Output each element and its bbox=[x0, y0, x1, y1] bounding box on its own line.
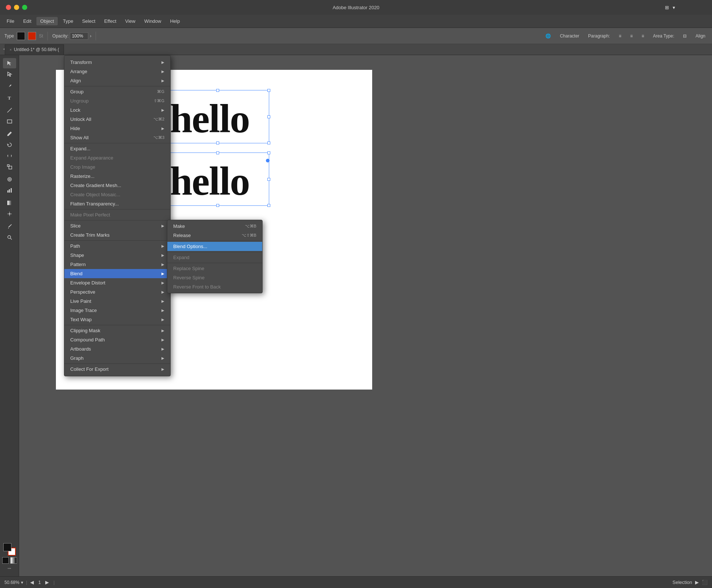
globe-icon[interactable]: 🌐 bbox=[543, 33, 553, 39]
menu-section-5: Slice ▶ Create Trim Marks bbox=[64, 220, 170, 241]
rectangle-tool[interactable] bbox=[3, 116, 16, 126]
menu-window[interactable]: Window bbox=[140, 17, 165, 25]
menu-item-lock[interactable]: Lock ▶ bbox=[64, 105, 170, 115]
opacity-arrow[interactable]: › bbox=[90, 33, 91, 39]
area-type-icon[interactable]: ⊟ bbox=[681, 33, 689, 39]
menu-item-arrange[interactable]: Arrange ▶ bbox=[64, 67, 170, 76]
handle-tm-2[interactable] bbox=[216, 151, 219, 154]
mesh-tool[interactable] bbox=[3, 209, 16, 219]
menu-edit[interactable]: Edit bbox=[19, 17, 35, 25]
menu-item-artboards[interactable]: Artboards ▶ bbox=[64, 344, 170, 354]
mirror-tool[interactable] bbox=[3, 151, 16, 161]
stop-btn[interactable]: ⬛ bbox=[702, 580, 708, 585]
menu-item-flatten-transparency[interactable]: Flatten Transparency... bbox=[64, 199, 170, 208]
area-type-label[interactable]: Area Type: bbox=[651, 33, 676, 39]
menu-item-create-gradient-mesh[interactable]: Create Gradient Mesh... bbox=[64, 181, 170, 190]
menu-item-compound-path[interactable]: Compound Path ▶ bbox=[64, 335, 170, 344]
menu-item-expand[interactable]: Expand... bbox=[64, 144, 170, 153]
handle-mr-1[interactable] bbox=[267, 115, 270, 118]
blend-menu-item-blend-options[interactable]: Blend Options... bbox=[167, 242, 262, 251]
menu-item-image-trace[interactable]: Image Trace ▶ bbox=[64, 306, 170, 315]
none-swatch[interactable] bbox=[2, 557, 9, 564]
scale-tool[interactable] bbox=[3, 162, 16, 172]
paragraph-align-center[interactable]: ≡ bbox=[628, 33, 635, 39]
document-tab[interactable]: × Untitled-1* @ 50.68% ( bbox=[5, 44, 64, 55]
layout-icon[interactable]: ⊞ bbox=[665, 5, 669, 10]
fill-color[interactable] bbox=[3, 543, 11, 551]
menu-type[interactable]: Type bbox=[59, 17, 77, 25]
align-label[interactable]: Align bbox=[693, 33, 708, 39]
menu-item-hide[interactable]: Hide ▶ bbox=[64, 124, 170, 133]
menu-select[interactable]: Select bbox=[78, 17, 99, 25]
gradient-swatch[interactable] bbox=[10, 557, 17, 564]
handle-br-1[interactable] bbox=[267, 141, 270, 144]
menu-help[interactable]: Help bbox=[166, 17, 184, 25]
line-tool[interactable] bbox=[3, 105, 16, 115]
menu-item-create-trim-marks[interactable]: Create Trim Marks bbox=[64, 230, 170, 240]
menu-item-envelope-distort[interactable]: Envelope Distort ▶ bbox=[64, 278, 170, 287]
blend-menu-item-release[interactable]: Release ⌥⇧⌘B bbox=[167, 231, 262, 240]
next-page-btn[interactable]: ▶ bbox=[45, 580, 49, 585]
menu-item-rasterize[interactable]: Rasterize... bbox=[64, 172, 170, 181]
handle-bm-2[interactable] bbox=[216, 204, 219, 207]
zoom-arrow[interactable]: ▾ bbox=[21, 580, 23, 585]
stroke-label: St bbox=[39, 33, 43, 39]
pen-tool[interactable] bbox=[3, 82, 16, 92]
blend-menu-item-make[interactable]: Make ⌥⌘B bbox=[167, 222, 262, 231]
menu-view[interactable]: View bbox=[121, 17, 139, 25]
menu-file[interactable]: File bbox=[3, 17, 18, 25]
character-label[interactable]: Character bbox=[558, 33, 581, 39]
chevron-down-icon[interactable]: ▾ bbox=[673, 5, 675, 10]
minimize-button[interactable] bbox=[14, 5, 19, 10]
type-tool[interactable]: T bbox=[3, 93, 16, 103]
menu-item-shape[interactable]: Shape ▶ bbox=[64, 251, 170, 260]
menu-item-graph[interactable]: Graph ▶ bbox=[64, 354, 170, 363]
handle-br-2[interactable] bbox=[267, 204, 270, 207]
gradient-tool[interactable] bbox=[3, 198, 16, 208]
collect-for-export-arrow: ▶ bbox=[161, 367, 164, 371]
handle-bm-1[interactable] bbox=[216, 141, 219, 144]
menu-item-show-all[interactable]: Show All ⌥⌘3 bbox=[64, 133, 170, 142]
more-tools-dots[interactable]: ••• bbox=[8, 567, 11, 570]
eyedropper-tool[interactable] bbox=[3, 221, 16, 232]
opacity-input[interactable]: 100% bbox=[70, 32, 88, 40]
menu-effect[interactable]: Effect bbox=[100, 17, 120, 25]
paragraph-align-right[interactable]: ≡ bbox=[639, 33, 646, 39]
handle-mr-2[interactable] bbox=[267, 178, 270, 181]
play-btn[interactable]: ▶ bbox=[695, 580, 699, 585]
menu-item-clipping-mask[interactable]: Clipping Mask ▶ bbox=[64, 326, 170, 335]
handle-tr-2[interactable] bbox=[267, 151, 270, 154]
menu-item-collect-for-export[interactable]: Collect For Export ▶ bbox=[64, 365, 170, 374]
stroke-swatch[interactable] bbox=[28, 32, 36, 40]
menu-item-group[interactable]: Group ⌘G bbox=[64, 87, 170, 96]
menu-item-perspective[interactable]: Perspective ▶ bbox=[64, 287, 170, 297]
direct-select-tool[interactable] bbox=[3, 69, 16, 79]
maximize-button[interactable] bbox=[22, 5, 27, 10]
paragraph-label[interactable]: Paragraph: bbox=[586, 33, 612, 39]
menu-item-transform[interactable]: Transform ▶ bbox=[64, 58, 170, 67]
menu-item-unlock-all[interactable]: Unlock All ⌥⌘2 bbox=[64, 115, 170, 124]
menu-item-pattern[interactable]: Pattern ▶ bbox=[64, 260, 170, 269]
menu-item-blend[interactable]: Blend ▶ bbox=[64, 269, 170, 278]
prev-page-btn[interactable]: ◀ bbox=[30, 580, 34, 585]
menu-item-slice[interactable]: Slice ▶ bbox=[64, 221, 170, 230]
menu-section-8: Collect For Export ▶ bbox=[64, 364, 170, 374]
warp-tool[interactable] bbox=[3, 174, 16, 184]
status-bar: 50.68% ▾ | ◀ 1 ▶ | Selection ▶ ⬛ bbox=[0, 576, 712, 588]
handle-tm-1[interactable] bbox=[216, 89, 219, 92]
pencil-tool[interactable] bbox=[3, 129, 16, 139]
menu-item-align[interactable]: Align ▶ bbox=[64, 76, 170, 85]
rotate-tool[interactable] bbox=[3, 140, 16, 150]
paragraph-align-left[interactable]: ≡ bbox=[616, 33, 623, 39]
menu-item-path[interactable]: Path ▶ bbox=[64, 241, 170, 251]
select-tool[interactable] bbox=[3, 58, 16, 68]
menu-object[interactable]: Object bbox=[36, 17, 58, 25]
fill-swatch[interactable] bbox=[17, 32, 25, 40]
menu-item-live-paint[interactable]: Live Paint ▶ bbox=[64, 297, 170, 306]
menu-item-text-wrap[interactable]: Text Wrap ▶ bbox=[64, 315, 170, 324]
close-button[interactable] bbox=[6, 5, 11, 10]
graph-tool[interactable] bbox=[3, 185, 16, 196]
zoom-tool[interactable] bbox=[3, 232, 16, 243]
handle-tr-1[interactable] bbox=[267, 89, 270, 92]
tab-close-btn[interactable]: × bbox=[10, 48, 12, 52]
